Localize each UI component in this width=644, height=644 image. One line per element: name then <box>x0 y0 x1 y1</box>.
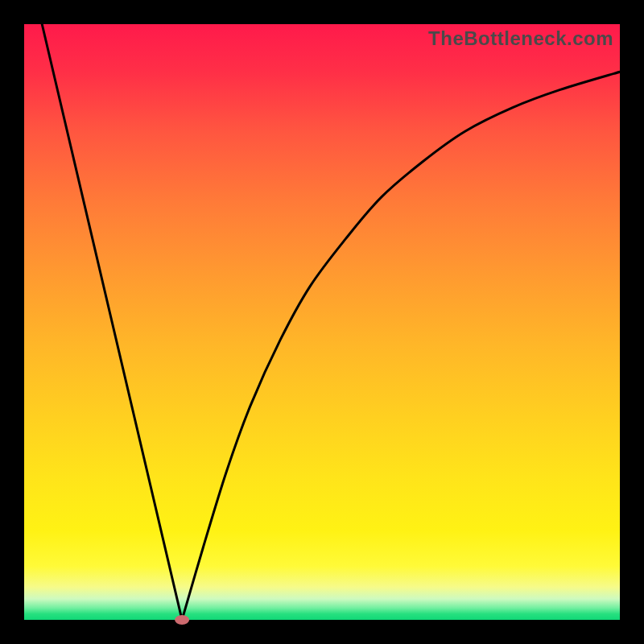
plot-area: TheBottleneck.com <box>24 24 620 620</box>
bottleneck-curve <box>42 24 620 620</box>
optimal-point-marker <box>175 615 189 625</box>
curve-layer <box>24 24 620 620</box>
chart-frame: TheBottleneck.com <box>0 0 644 644</box>
